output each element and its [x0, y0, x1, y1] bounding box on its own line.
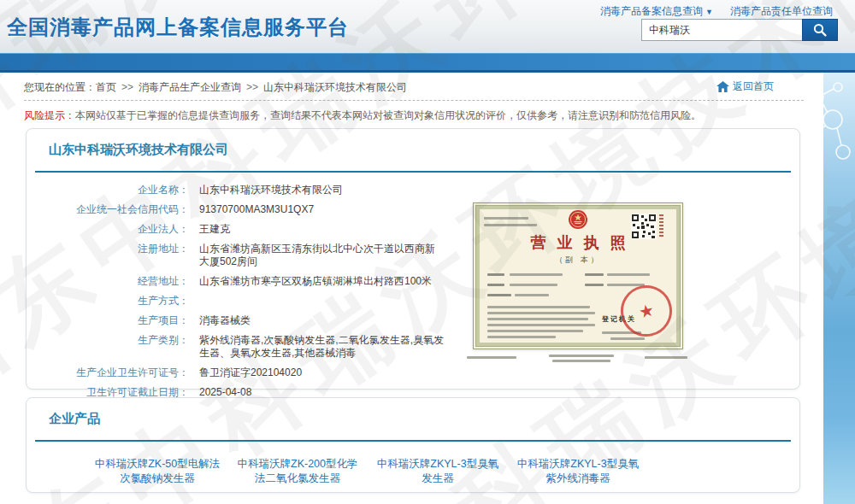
breadcrumb-query-link[interactable]: 消毒产品生产企业查询: [139, 81, 241, 93]
product-link[interactable]: 中科瑞沃牌ZKYL-3型臭氧紫外线消毒器: [514, 457, 642, 486]
field-value: 山东省潍坊市寒亭区双杨店镇湖淋埠出村路西100米: [199, 275, 444, 288]
field-label: 生产方式：: [27, 295, 189, 308]
field-production-mode: 生产方式：: [27, 295, 799, 308]
field-value: [199, 295, 444, 308]
home-icon: [716, 81, 729, 92]
license-field-bar: [510, 284, 557, 286]
products-panel: 企业产品 中科瑞沃牌ZK-50型电解法次氯酸钠发生器 中科瑞沃牌ZK-200型化…: [26, 397, 800, 493]
field-label: 企业统一社会信用代码：: [27, 203, 189, 216]
header-band: [0, 53, 855, 73]
field-value: 91370700MA3M3U1QX7: [199, 203, 444, 216]
field-enterprise-name: 企业名称：山东中科瑞沃环境技术有限公司: [27, 184, 799, 196]
license-field-bar: [487, 273, 504, 276]
field-value: 山东省潍坊高新区玉清东街以北中心次干道以西商新大厦502房间: [199, 243, 444, 268]
breadcrumb-current: 山东中科瑞沃环境技术有限公司: [263, 81, 407, 93]
seal-star-icon: ★: [637, 299, 657, 322]
license-field-bar: [585, 273, 604, 276]
license-qr-code: [631, 214, 657, 239]
field-label: 企业名称：: [27, 184, 189, 196]
license-smallprint: [484, 217, 528, 220]
field-label: 生产项目：: [27, 314, 189, 327]
license-field-bar: [510, 273, 563, 276]
license-captions: [467, 353, 689, 365]
product-link[interactable]: 中科瑞沃牌ZK-50型电解法次氯酸钠发生器: [93, 457, 221, 486]
field-registered-address: 注册地址：山东省潍坊高新区玉清东街以北中心次干道以西商新大厦502房间: [27, 243, 799, 268]
nav-responsible-unit-query[interactable]: 消毒产品责任单位查询: [730, 4, 833, 19]
breadcrumb-separator: >>: [246, 81, 258, 93]
risk-notice-text: 本网站仅基于已掌握的信息提供查询服务，查询结果不代表本网站对被查询对象信用状况的…: [75, 109, 701, 121]
national-emblem-icon: [568, 208, 588, 231]
license-field-bar: [487, 294, 511, 296]
nav-record-info-query-label: 消毒产品备案信息查询: [600, 5, 703, 17]
site-header: 全国消毒产品网上备案信息服务平台 消毒产品备案信息查询▼ 消毒产品责任单位查询: [0, 0, 855, 53]
field-label: 注册地址：: [27, 243, 189, 268]
nav-record-info-query[interactable]: 消毒产品备案信息查询▼: [600, 4, 713, 19]
field-label: 企业法人：: [27, 223, 189, 236]
license-scope-bar: [487, 336, 556, 338]
license-scope-bar: [487, 318, 588, 320]
field-credit-code: 企业统一社会信用代码：91370700MA3M3U1QX7: [27, 203, 799, 216]
search-input[interactable]: [641, 19, 802, 41]
chevron-down-icon: ▼: [705, 8, 713, 16]
site-title: 全国消毒产品网上备案信息服务平台: [7, 14, 349, 41]
license-date-bar: [610, 337, 645, 340]
license-field-bar: [487, 284, 504, 286]
field-business-address: 经营地址：山东省潍坊市寒亭区双杨店镇湖淋埠出村路西100米: [27, 275, 799, 288]
field-value: 消毒器械类: [199, 314, 444, 327]
field-production-item: 生产项目：消毒器械类: [27, 314, 799, 327]
field-hygiene-license-no: 生产企业卫生许可证号：鲁卫消证字202104020: [27, 366, 799, 379]
breadcrumb: 您现在的位置：首页>>消毒产品生产企业查询>>山东中科瑞沃环境技术有限公司: [24, 80, 407, 95]
business-license-image: 营业执照 （副 本）: [473, 202, 683, 349]
license-field-bar: [607, 273, 650, 276]
license-scope-bar: [487, 330, 583, 332]
field-label: 生产类别：: [27, 334, 189, 360]
search-button[interactable]: [802, 19, 838, 41]
products-panel-title: 企业产品: [49, 411, 799, 427]
molecule-icon: [793, 75, 855, 186]
field-value: 紫外线消毒器,次氯酸钠发生器,二氧化氯发生器,臭氧发生器、臭氧水发生器,其他器械…: [199, 334, 444, 360]
field-value: 山东中科瑞沃环境技术有限公司: [199, 184, 444, 196]
risk-notice: 风险提示：本网站仅基于已掌握的信息提供查询服务，查询结果不代表本网站对被查询对象…: [24, 108, 701, 123]
search-icon: [812, 22, 828, 38]
page: 全国消毒产品网上备案信息服务平台 消毒产品备案信息查询▼ 消毒产品责任单位查询: [0, 0, 855, 504]
license-scope-bar: [487, 312, 595, 314]
license-field-bar: [585, 284, 604, 286]
breadcrumb-separator: >>: [121, 81, 133, 93]
company-panel-title: 山东中科瑞沃环境技术有限公司: [49, 142, 799, 158]
license-code-marks: [659, 214, 663, 238]
top-nav: 消毒产品备案信息查询▼ 消毒产品责任单位查询: [600, 4, 833, 19]
company-info-panel: 山东中科瑞沃环境技术有限公司 企业名称：山东中科瑞沃环境技术有限公司 企业统一社…: [26, 128, 800, 390]
product-list: 中科瑞沃牌ZK-50型电解法次氯酸钠发生器 中科瑞沃牌ZK-200型化学法二氧化…: [93, 457, 799, 486]
license-smallprint: [484, 224, 537, 226]
back-home-link[interactable]: 返回首页: [716, 79, 774, 94]
back-home-label: 返回首页: [733, 79, 774, 94]
breadcrumb-divider: [24, 100, 804, 101]
panel-title-rule: [35, 440, 791, 442]
field-value: 王建克: [199, 223, 444, 236]
license-scope-bar: [487, 306, 590, 308]
breadcrumb-home-link[interactable]: 首页: [96, 81, 116, 93]
license-field-bar: [515, 294, 549, 296]
risk-notice-label: 风险提示：: [24, 109, 75, 121]
breadcrumb-prefix: 您现在的位置：: [24, 81, 96, 93]
field-label: 生产企业卫生许可证号：: [27, 366, 189, 379]
search-bar: [641, 19, 838, 41]
product-link[interactable]: 中科瑞沃牌ZK-200型化学法二氧化氯发生器: [233, 457, 362, 486]
field-value: 鲁卫消证字202104020: [199, 366, 444, 379]
company-fields: 企业名称：山东中科瑞沃环境技术有限公司 企业统一社会信用代码：91370700M…: [27, 173, 799, 399]
field-label: 经营地址：: [27, 275, 189, 288]
product-link[interactable]: 中科瑞沃牌ZKYL-3型臭氧发生器: [374, 457, 502, 486]
license-subtitle: （副 本）: [474, 255, 682, 266]
license-scope-bar: [487, 324, 595, 326]
field-legal-person: 企业法人：王建克: [27, 223, 799, 236]
